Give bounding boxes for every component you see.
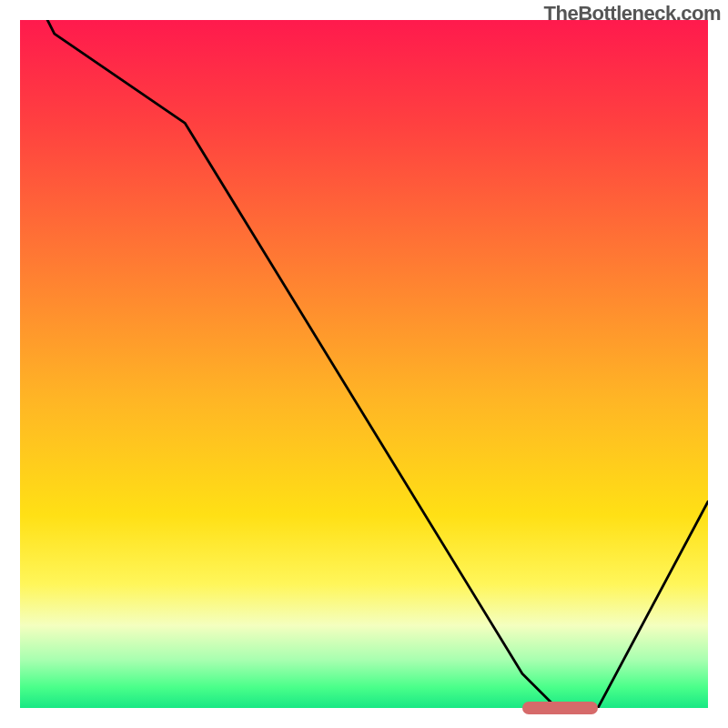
chart-line-layer <box>20 20 708 708</box>
optimal-range-marker <box>522 702 598 714</box>
watermark-text: TheBottleneck.com <box>544 2 721 25</box>
bottleneck-curve <box>20 20 708 708</box>
